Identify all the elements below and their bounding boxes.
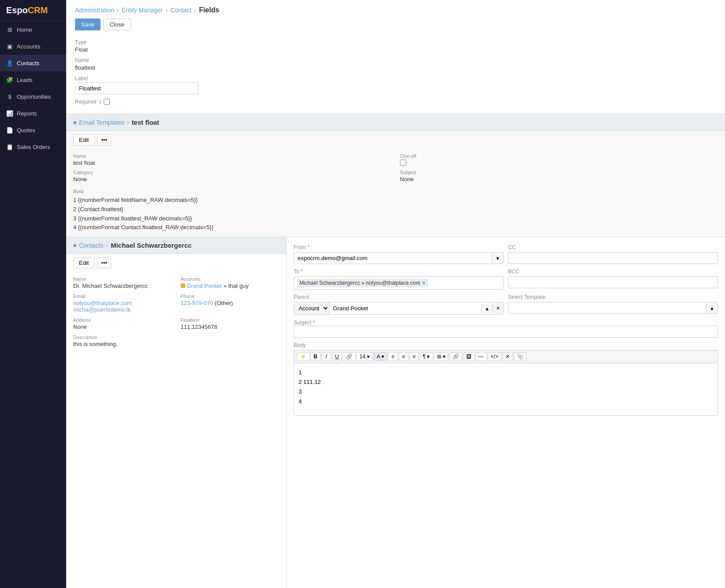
editor-btn-magic[interactable]: ⚡ (297, 352, 310, 361)
email-templates-edit-button[interactable]: Edit (73, 134, 94, 145)
sidebar-item-label: Accounts (17, 43, 40, 50)
contact-account-link[interactable]: Grand Pocket (187, 283, 222, 289)
editor-btn-link[interactable]: 🔗 (449, 352, 462, 361)
contacts-edit-button[interactable]: Edit (73, 257, 94, 268)
email-templates-dots-button[interactable]: ••• (97, 134, 111, 145)
editor-btn-ul[interactable]: ≡ (388, 352, 398, 361)
sidebar-item-leads[interactable]: 🧩 Leads (0, 71, 66, 88)
email-bcc-input[interactable] (508, 276, 718, 288)
contact-name-label: Name (73, 276, 172, 282)
email-from-input-row: ▼ (294, 252, 504, 264)
editor-btn-hr[interactable]: — (475, 352, 487, 361)
contacts-toolbar: Edit ••• (66, 254, 286, 272)
body-section: Body ⚡ B I U 🔗 14 ▾ A ▾ ≡ ≡ ≡ ¶ ▾ ⊞ ▾ 🔗 … (294, 342, 718, 416)
parent-value-input[interactable] (329, 303, 481, 314)
close-button[interactable]: Close (103, 19, 131, 30)
email-templates-breadcrumb-link[interactable]: Email Templates (79, 119, 124, 126)
accounts-icon: ▣ (6, 43, 13, 50)
template-name-group: Name test float (73, 153, 391, 166)
editor-btn-remove[interactable]: ✕ (502, 352, 513, 361)
subject-input[interactable] (294, 326, 718, 338)
contact-address-group: Address None (73, 317, 172, 330)
editor-btn-fontsize[interactable]: 14 ▾ (356, 352, 373, 361)
email-to-tag: Michael Schwarzbergercc » notyou@thatpla… (297, 279, 428, 287)
contact-accounts-value: Grand Pocket » that guy (181, 283, 280, 289)
sidebar-item-opportunities[interactable]: $ Opportunities (0, 88, 66, 105)
type-field-row: Type Float (75, 39, 716, 53)
template-one-off-group: One-off (400, 153, 718, 166)
sidebar-item-sales-orders[interactable]: 📋 Sales Orders (0, 138, 66, 155)
email-cc-input[interactable] (508, 252, 718, 264)
label-input[interactable] (75, 82, 198, 94)
one-off-checkbox[interactable] (400, 160, 406, 166)
sidebar-item-label: Leads (17, 77, 32, 83)
editor-btn-bold[interactable]: B (310, 352, 321, 361)
email-to-label: To * (294, 268, 504, 275)
breadcrumb-entity-manager-link[interactable]: Entity Manager (121, 7, 163, 14)
editor-line-2: 2 111.12 (299, 377, 713, 387)
email-to-group: To * Michael Schwarzbergercc » notyou@th… (294, 268, 504, 290)
contact-email-2[interactable]: micha@puertodemo.lk (73, 306, 172, 313)
contacts-icon: 👤 (6, 60, 13, 67)
editor-btn-image[interactable]: 🖼 (463, 352, 475, 361)
editor-btn-align[interactable]: ≡ (409, 352, 419, 361)
email-to-bcc-row: To * Michael Schwarzbergercc » notyou@th… (294, 268, 718, 290)
required-field-row: Required ℹ (75, 99, 716, 105)
contact-floattest-group: Floattest 111.12345678 (181, 317, 280, 330)
parent-clear-btn[interactable]: ✕ (493, 303, 503, 313)
save-button[interactable]: Save (75, 19, 101, 30)
email-templates-toolbar: Edit ••• (66, 131, 725, 149)
editor-btn-italic[interactable]: I (321, 352, 331, 361)
select-template-input[interactable] (508, 302, 706, 313)
sidebar-item-home[interactable]: ⊞ Home (0, 21, 66, 38)
email-compose-panel: From * ▼ CC To * Michael Sc (287, 237, 725, 588)
contact-accounts-label: Accounts (181, 276, 280, 282)
editor-body[interactable]: 1 2 111.12 3 4 (294, 363, 718, 416)
parent-type-select[interactable]: Account (294, 302, 329, 314)
sidebar-item-accounts[interactable]: ▣ Accounts (0, 38, 66, 55)
breadcrumb-admin-link[interactable]: Administration (75, 7, 114, 14)
breadcrumb-contact-link[interactable]: Contact (170, 7, 191, 14)
email-to-tag-row: Michael Schwarzbergercc » notyou@thatpla… (294, 276, 504, 290)
breadcrumb-sep-3: › (194, 7, 196, 14)
sidebar-item-label: Quotes (17, 127, 35, 134)
template-subject-group: Subject None (400, 170, 718, 182)
editor-btn-color[interactable]: A ▾ (374, 352, 387, 361)
editor-btn-ol[interactable]: ≡ (399, 352, 408, 361)
email-cc-group: CC (508, 244, 718, 264)
contact-email-1[interactable]: notyou@thatplace.com (73, 300, 172, 306)
breadcrumb-sep-2: › (166, 7, 168, 14)
sidebar-item-quotes[interactable]: 📄 Quotes (0, 122, 66, 138)
contacts-dots-button[interactable]: ••• (97, 257, 111, 268)
email-templates-icon: ■ (73, 119, 76, 126)
template-name-label: Name (73, 153, 391, 159)
sidebar-item-label: Reports (17, 110, 37, 117)
editor-btn-paragraph[interactable]: ¶ ▾ (420, 352, 433, 361)
editor-btn-underline[interactable]: U (332, 352, 342, 361)
email-to-tag-close-btn[interactable]: × (422, 279, 426, 287)
entity-manager-panel: Administration › Entity Manager › Contac… (66, 0, 725, 114)
parent-expand-btn[interactable]: ▲ (481, 304, 493, 313)
quotes-icon: 📄 (6, 127, 13, 134)
template-one-off-label: One-off (400, 153, 718, 159)
editor-btn-source[interactable]: </> (488, 352, 501, 361)
editor-btn-table[interactable]: ⊞ ▾ (434, 352, 448, 361)
template-subject-label: Subject (400, 170, 718, 175)
template-category-value: None (73, 176, 391, 182)
contacts-panel-icon: ■ (73, 242, 76, 249)
contact-phone-link[interactable]: 123-979-070 (181, 300, 213, 306)
sidebar-item-reports[interactable]: 📊 Reports (0, 105, 66, 122)
name-label: Name (75, 57, 716, 63)
editor-btn-strikethrough[interactable]: 🔗 (343, 352, 355, 361)
select-template-row: ▲ (508, 302, 718, 314)
email-from-input[interactable] (294, 253, 492, 264)
editor-btn-attach[interactable]: 📎 (514, 352, 527, 361)
template-name-value: test float (73, 160, 391, 166)
required-checkbox[interactable] (104, 99, 110, 105)
email-from-dropdown-btn[interactable]: ▼ (492, 253, 503, 263)
parent-input-row: Account ▲ ✕ (294, 302, 504, 315)
contacts-breadcrumb-link[interactable]: Contacts (79, 242, 103, 249)
sidebar-item-contacts[interactable]: 👤 Contacts (0, 55, 66, 71)
sidebar-item-label: Sales Orders (17, 144, 50, 150)
select-template-expand-btn[interactable]: ▲ (706, 303, 718, 313)
